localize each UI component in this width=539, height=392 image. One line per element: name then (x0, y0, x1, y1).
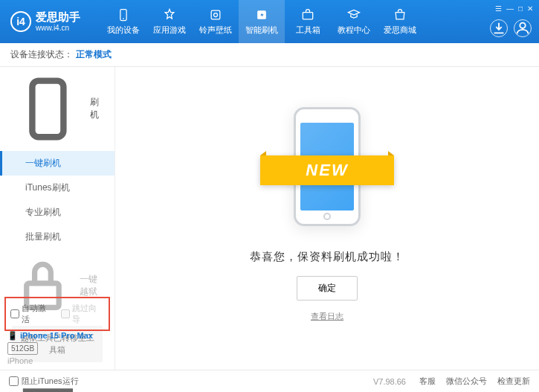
view-log-link[interactable]: 查看日志 (311, 311, 343, 322)
svg-rect-7 (32, 81, 63, 138)
menu-icon[interactable]: ☰ (495, 4, 502, 13)
minimize-icon[interactable]: — (506, 4, 514, 13)
store-icon (393, 7, 407, 22)
header: i4 爱思助手 www.i4.cn 我的设备 应用游戏 铃声壁纸 智能刷机 工具… (0, 0, 539, 43)
window-controls: ☰ — □ ✕ (495, 4, 533, 13)
version-label: V7.98.66 (373, 377, 406, 386)
nav-toolbox[interactable]: 工具箱 (285, 0, 331, 43)
app-title: 爱思助手 (36, 10, 80, 24)
footer-link-support[interactable]: 客服 (419, 376, 436, 387)
svg-rect-2 (211, 10, 220, 19)
status-label: 设备连接状态： (10, 48, 73, 61)
status-bar: 设备连接状态： 正常模式 (0, 43, 539, 67)
maximize-icon[interactable]: □ (518, 4, 523, 13)
success-illustration: NEW (268, 100, 387, 234)
logo-icon: i4 (10, 11, 31, 32)
new-ribbon: NEW (260, 155, 394, 185)
flash-icon (254, 7, 269, 22)
nav-flash[interactable]: 智能刷机 (239, 0, 285, 43)
success-message: 恭喜您，保资料刷机成功啦！ (250, 250, 404, 264)
close-icon[interactable]: ✕ (527, 4, 533, 13)
nav-my-device[interactable]: 我的设备 (100, 0, 146, 43)
main-panel: NEW 恭喜您，保资料刷机成功啦！ 确定 查看日志 (115, 67, 539, 370)
device-icon (116, 7, 131, 22)
status-mode: 正常模式 (76, 48, 112, 61)
apps-icon (162, 7, 177, 22)
logo: i4 爱思助手 www.i4.cn (0, 10, 100, 33)
options-box: 自动激活 跳过向导 (4, 297, 110, 331)
nav-apps[interactable]: 应用游戏 (146, 0, 193, 43)
sidebar-group-more[interactable]: 更多 (0, 365, 114, 392)
footer-link-update[interactable]: 检查更新 (497, 376, 530, 387)
ok-button[interactable]: 确定 (297, 276, 358, 301)
toolbox-icon (300, 7, 315, 22)
ringtone-icon (208, 7, 223, 22)
tutorial-icon (346, 7, 361, 22)
device-type: iPhone (7, 356, 33, 365)
nav: 我的设备 应用游戏 铃声壁纸 智能刷机 工具箱 教程中心 爱思商城 (100, 0, 539, 43)
nav-tutorials[interactable]: 教程中心 (331, 0, 377, 43)
sidebar-item-oneclick[interactable]: 一键刷机 (0, 151, 114, 176)
device-storage: 512GB (7, 342, 38, 355)
sidebar-item-batch[interactable]: 批量刷机 (0, 225, 114, 249)
svg-point-6 (520, 23, 525, 28)
svg-rect-5 (303, 13, 312, 19)
nav-store[interactable]: 爱思商城 (377, 0, 423, 43)
user-button[interactable] (514, 19, 532, 37)
device-name: iPhone 15 Pro Max (20, 331, 93, 340)
checkbox-skip-guide[interactable]: 跳过向导 (61, 303, 104, 325)
nav-ringtones[interactable]: 铃声壁纸 (193, 0, 239, 43)
sidebar-item-itunes[interactable]: iTunes刷机 (0, 176, 114, 200)
sidebar-group-flash[interactable]: 刷机 (0, 67, 114, 151)
footer-link-wechat[interactable]: 微信公众号 (446, 376, 487, 387)
download-button[interactable] (490, 19, 508, 37)
app-subtitle: www.i4.cn (36, 24, 80, 33)
sidebar: 刷机 一键刷机 iTunes刷机 专业刷机 批量刷机 一键越狱 越狱工具已转移至… (0, 67, 115, 370)
checkbox-auto-activate[interactable]: 自动激活 (10, 303, 54, 325)
svg-point-3 (214, 13, 218, 17)
device-info: 📱 iPhone 15 Pro Max 512GB iPhone (7, 330, 93, 367)
sidebar-item-pro[interactable]: 专业刷机 (0, 200, 114, 225)
